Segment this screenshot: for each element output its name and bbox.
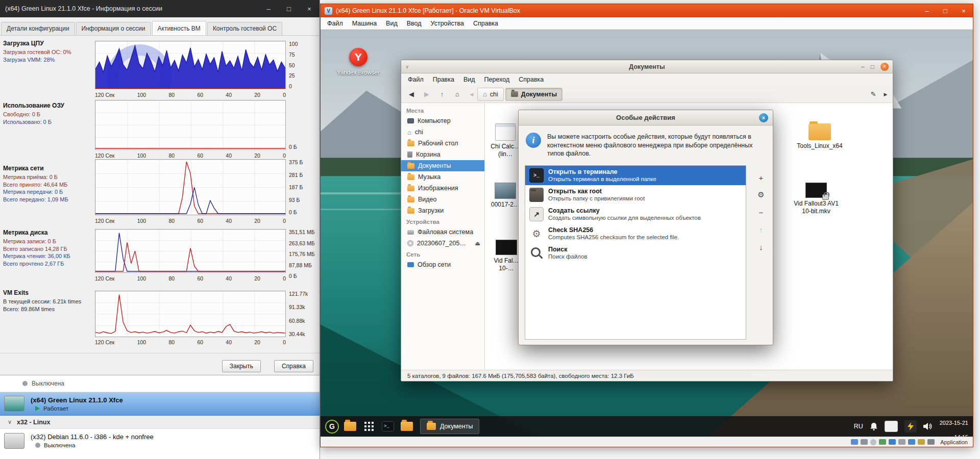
- sidebar-item-downloads[interactable]: Загрузки: [401, 205, 484, 216]
- desktop-icon-yandex[interactable]: Y Yandex Browser: [335, 48, 382, 75]
- menu-view[interactable]: Вид: [381, 20, 402, 27]
- minimize-button[interactable]: –: [258, 0, 279, 17]
- dialog-titlebar[interactable]: Особые действия ×: [519, 110, 773, 125]
- home-icon[interactable]: ⌂: [450, 88, 464, 101]
- sidebar-item-documents[interactable]: Документы: [401, 160, 484, 171]
- vm-group-header[interactable]: ∨ x32 - Linux: [0, 416, 320, 429]
- tab-guest-control[interactable]: Контроль гостевой ОС: [207, 22, 282, 35]
- remove-action-button[interactable]: −: [753, 205, 769, 219]
- maximize-button[interactable]: □: [871, 63, 874, 70]
- menu-view[interactable]: Вид: [459, 76, 480, 83]
- menu-file[interactable]: Файл: [403, 76, 428, 83]
- minimize-button[interactable]: –: [918, 4, 936, 17]
- path-button-home[interactable]: ⌂ chi: [477, 88, 504, 101]
- sidebar-item-network-browse[interactable]: Обзор сети: [401, 259, 484, 270]
- cd-status-icon[interactable]: [870, 439, 876, 445]
- menu-edit[interactable]: Правка: [428, 76, 459, 83]
- help-button[interactable]: Справка: [274, 360, 313, 372]
- file-manager-titlebar[interactable]: ∨ Документы – □ ×: [401, 60, 893, 73]
- app-grid-launcher[interactable]: [361, 419, 377, 434]
- close-icon[interactable]: ×: [759, 113, 768, 122]
- path-button-documents[interactable]: Документы: [505, 88, 562, 101]
- add-action-button[interactable]: +: [753, 170, 769, 185]
- menu-help[interactable]: Справка: [469, 20, 503, 27]
- tab-config-details[interactable]: Детали конфигурации: [1, 22, 75, 35]
- disk-read-rate: Метрика чтения: 36,00 КБ: [3, 252, 94, 260]
- sidebar-item-pictures[interactable]: Изображения: [401, 183, 484, 194]
- sidebar-item-home[interactable]: ⌂chi: [401, 126, 484, 138]
- tab-vm-activity[interactable]: Активность ВМ: [152, 21, 206, 35]
- path-scroll-left-icon[interactable]: ◀: [468, 88, 476, 101]
- back-icon[interactable]: ◀: [404, 88, 419, 101]
- minimize-button[interactable]: –: [861, 63, 865, 70]
- forward-icon[interactable]: ▶: [420, 88, 434, 101]
- volume-icon[interactable]: [923, 422, 933, 430]
- edit-path-icon[interactable]: ✎: [866, 88, 880, 101]
- applications-menu-button[interactable]: G: [325, 420, 339, 434]
- menu-help[interactable]: Справка: [514, 76, 548, 83]
- move-up-button[interactable]: ↑: [753, 222, 769, 237]
- menu-go[interactable]: Переход: [480, 76, 514, 83]
- sidebar-item-videos[interactable]: Видео: [401, 194, 484, 205]
- vm-window-titlebar[interactable]: V (x64) Green Linux 21.1.0 Xfce [Работае…: [321, 4, 973, 17]
- action-open-terminal[interactable]: Открыть в терминале Открыть терминал в в…: [525, 166, 746, 185]
- sidebar-item-usb-volume[interactable]: 20230607_205…⏏: [401, 238, 484, 249]
- recording-status-icon[interactable]: [918, 439, 925, 445]
- menu-input[interactable]: Ввод: [402, 20, 426, 27]
- taskbar-window-documents[interactable]: Документы: [420, 419, 479, 434]
- files-launcher[interactable]: [399, 419, 414, 434]
- sidebar-item-music[interactable]: Музыка: [401, 171, 484, 183]
- action-search[interactable]: Поиск Поиск файлов: [525, 243, 746, 263]
- maximize-button[interactable]: □: [936, 4, 954, 17]
- file-manager-sidebar: Места Компьютер ⌂chi Рабочий стол Корзин…: [401, 103, 485, 370]
- gears-icon: ⚙: [529, 226, 544, 241]
- edit-action-button[interactable]: ⚙: [753, 188, 769, 202]
- file-item-fallout-video[interactable]: Vid Fallout3 AV1 10-bit.mkv: [792, 183, 841, 215]
- action-open-as-root[interactable]: Открыть как root Открыть папку с привиле…: [525, 185, 746, 205]
- usb-status-icon[interactable]: [898, 439, 905, 445]
- mouse-integration-icon[interactable]: [927, 439, 935, 445]
- sidebar-item-filesystem[interactable]: Файловая система: [401, 226, 484, 238]
- session-window-titlebar[interactable]: (x64) Green Linux 21.1.0 Xfce - Информац…: [0, 0, 320, 17]
- clock[interactable]: 2023-15-21 14:15: [940, 412, 968, 437]
- sidebar-item-trash[interactable]: Корзина: [401, 149, 484, 160]
- sidebar-item-computer[interactable]: Компьютер: [401, 115, 484, 126]
- power-manager-icon[interactable]: [904, 420, 917, 432]
- audio-status-icon[interactable]: [879, 439, 886, 445]
- vm-row-debian[interactable]: (x32) Debian 11.6.0 - i386 - kde + nonfr…: [0, 429, 320, 452]
- maximize-button[interactable]: □: [279, 0, 299, 17]
- grid-icon: [364, 422, 374, 431]
- terminal-launcher[interactable]: >_: [380, 419, 396, 434]
- sidebar-item-desktop[interactable]: Рабочий стол: [401, 138, 484, 149]
- close-button[interactable]: Закрыть: [222, 360, 261, 372]
- tab-session-info[interactable]: Информация о сессии: [76, 22, 151, 35]
- screenshot-tool-icon[interactable]: [885, 421, 898, 432]
- move-down-button[interactable]: ↓: [753, 240, 769, 254]
- vm-status-text: Выключена: [32, 380, 64, 387]
- close-icon[interactable]: ×: [880, 63, 889, 71]
- path-scroll-right-icon[interactable]: ▶: [881, 88, 890, 101]
- display-status-icon[interactable]: [851, 439, 858, 445]
- eject-icon[interactable]: ⏏: [475, 240, 480, 247]
- menu-devices[interactable]: Устройства: [426, 20, 469, 27]
- notifications-bell-icon[interactable]: [870, 422, 878, 431]
- keyboard-layout-indicator[interactable]: RU: [854, 423, 863, 430]
- shared-folders-status-icon[interactable]: [908, 439, 915, 445]
- action-create-link[interactable]: ↗ Создать ссылку Создать символьную ссыл…: [525, 205, 746, 224]
- action-check-sha256[interactable]: ⚙ Check SHA256 Computes SHA256 checksum …: [525, 224, 746, 243]
- close-icon[interactable]: ×: [954, 4, 973, 17]
- up-icon[interactable]: ↑: [435, 88, 449, 101]
- menu-file[interactable]: Файл: [323, 20, 348, 27]
- file-item-tools-folder[interactable]: Tools_Linux_x64: [795, 123, 844, 150]
- hdd-status-icon[interactable]: [861, 439, 868, 445]
- downloads-folder-icon: [407, 208, 414, 214]
- vm-row-partial[interactable]: Выключена: [0, 375, 320, 392]
- session-tabs: Детали конфигурации Информация о сессии …: [0, 17, 320, 36]
- vm-row-selected[interactable]: (x64) Green Linux 21.1.0 Xfce Работает: [0, 392, 320, 416]
- chevron-down-icon: ∨: [8, 419, 12, 425]
- network-status-icon[interactable]: [889, 439, 896, 445]
- window-menu-icon[interactable]: ∨: [405, 64, 409, 69]
- menu-machine[interactable]: Машина: [348, 20, 381, 27]
- close-icon[interactable]: ×: [299, 0, 320, 17]
- file-manager-launcher[interactable]: [342, 419, 358, 434]
